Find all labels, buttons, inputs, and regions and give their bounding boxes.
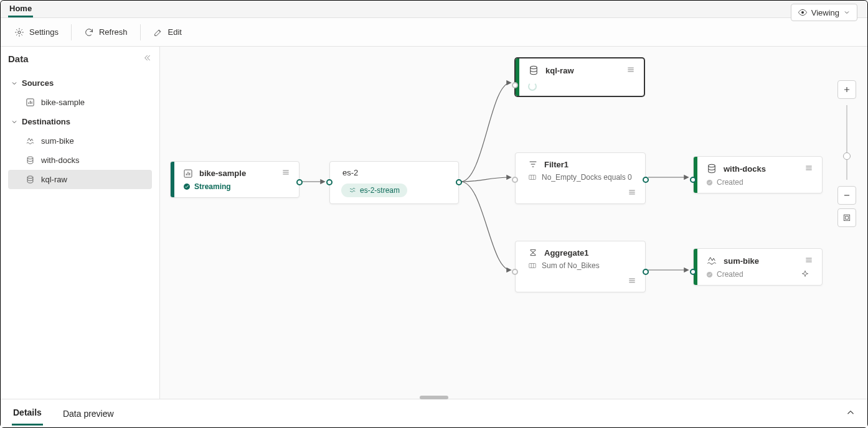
chart-icon [26, 98, 35, 107]
sparkle-icon [801, 270, 809, 279]
node-menu-icon[interactable] [626, 65, 635, 76]
node-kql-raw[interactable]: kql-raw [515, 58, 644, 96]
chevron-down-icon [11, 80, 18, 87]
gear-icon [14, 27, 24, 37]
sidebar-item-label: kql-raw [41, 175, 67, 184]
sidebar: Data Sources bike-sample [1, 47, 160, 399]
bottom-panel: Details Data preview [1, 399, 867, 427]
svg-point-0 [801, 11, 804, 14]
node-es-2[interactable]: es-2 es-2-stream [329, 161, 459, 204]
node-title: es-2 [342, 168, 358, 177]
sidebar-section-destinations[interactable]: Destinations [8, 112, 152, 131]
sidebar-item-label: sum-bike [41, 136, 74, 146]
edit-label: Edit [168, 27, 182, 37]
status-created: Created [706, 178, 743, 187]
svg-rect-8 [529, 175, 536, 180]
chart-icon [183, 169, 193, 179]
tab-home[interactable]: Home [8, 0, 33, 17]
zoom-in-button[interactable] [837, 80, 856, 99]
edit-icon [153, 27, 163, 37]
column-icon [528, 173, 537, 182]
zoom-handle[interactable] [843, 152, 851, 160]
database-icon [26, 156, 35, 165]
expand-panel-button[interactable] [845, 407, 856, 420]
settings-button[interactable]: Settings [8, 24, 65, 41]
toolbar-divider [140, 24, 141, 40]
chevron-down-icon [843, 9, 851, 16]
refresh-label: Refresh [99, 27, 128, 37]
node-aggregate1[interactable]: Aggregate1 Sum of No_Bikes [515, 241, 646, 292]
node-detail: Sum of No_Bikes [542, 261, 600, 270]
node-title: with-docks [724, 164, 766, 174]
node-detail: No_Empty_Docks equals 0 [542, 173, 632, 182]
eye-icon [798, 7, 808, 17]
node-title: sum-bike [724, 256, 759, 266]
node-with-docks[interactable]: with-docks Created [693, 156, 823, 193]
svg-point-4 [27, 176, 33, 179]
node-filter1[interactable]: Filter1 No_Empty_Docks equals 0 [515, 152, 646, 204]
node-title: Filter1 [544, 160, 568, 169]
node-title: kql-raw [545, 66, 574, 75]
viewing-mode-dropdown[interactable]: Viewing [791, 4, 857, 21]
svg-point-10 [709, 164, 715, 167]
node-title: Aggregate1 [544, 248, 589, 258]
zoom-slider[interactable] [846, 105, 847, 180]
column-icon [528, 261, 537, 270]
svg-rect-9 [529, 264, 536, 268]
collapse-sidebar-button[interactable] [142, 53, 152, 65]
flow-links [160, 47, 867, 399]
svg-rect-13 [844, 215, 849, 220]
filter-icon [528, 159, 538, 169]
svg-point-1 [18, 30, 21, 33]
toolbar: Settings Refresh Edit [1, 18, 867, 47]
tab-details[interactable]: Details [12, 401, 43, 426]
chevron-down-icon [11, 118, 18, 126]
refresh-icon [84, 27, 94, 37]
node-sum-bike[interactable]: sum-bike Created [693, 248, 823, 286]
database-icon [706, 163, 717, 174]
sidebar-sources-label: Sources [22, 78, 54, 88]
node-menu-icon[interactable] [628, 189, 636, 198]
flow-canvas[interactable]: bike-sample Streaming es-2 [160, 47, 867, 399]
sidebar-section-sources[interactable]: Sources [8, 73, 152, 93]
lake-icon [706, 255, 717, 266]
zoom-out-button[interactable] [837, 186, 856, 205]
database-icon [26, 175, 35, 184]
viewing-label: Viewing [811, 8, 839, 17]
sidebar-item-sum-bike[interactable]: sum-bike [8, 131, 152, 151]
node-menu-icon[interactable] [281, 168, 290, 179]
status-streaming: Streaming [183, 182, 231, 191]
svg-rect-14 [846, 216, 849, 220]
status-created: Created [706, 270, 743, 279]
node-menu-icon[interactable] [628, 277, 636, 287]
sidebar-item-label: with-docks [41, 156, 79, 165]
stream-tag: es-2-stream [341, 184, 407, 197]
node-bike-sample[interactable]: bike-sample Streaming [170, 161, 300, 198]
tabbar: Home Viewing [1, 1, 867, 18]
sidebar-item-bike-sample[interactable]: bike-sample [8, 93, 152, 112]
panel-drag-handle[interactable] [420, 396, 448, 399]
tab-data-preview[interactable]: Data preview [62, 402, 115, 425]
lake-icon [26, 136, 35, 146]
toolbar-divider [71, 24, 72, 40]
zoom-control [837, 80, 856, 227]
sidebar-destinations-label: Destinations [22, 117, 70, 126]
loading-spinner [528, 82, 537, 91]
settings-label: Settings [29, 27, 59, 37]
database-icon [528, 65, 539, 76]
app-window: Home Viewing Settings Refresh [0, 0, 868, 428]
svg-point-3 [27, 157, 33, 159]
edit-button[interactable]: Edit [147, 24, 188, 41]
sidebar-item-kql-raw[interactable]: kql-raw [8, 170, 152, 189]
sidebar-title: Data [8, 54, 29, 64]
sidebar-item-label: bike-sample [41, 98, 85, 107]
refresh-button[interactable]: Refresh [78, 24, 134, 41]
fit-view-button[interactable] [837, 208, 856, 227]
svg-point-7 [531, 66, 537, 69]
node-title: bike-sample [199, 169, 246, 178]
sigma-icon [528, 248, 538, 258]
node-menu-icon[interactable] [804, 256, 813, 266]
main-body: Data Sources bike-sample [1, 47, 867, 399]
node-menu-icon[interactable] [804, 164, 813, 174]
sidebar-item-with-docks[interactable]: with-docks [8, 151, 152, 170]
